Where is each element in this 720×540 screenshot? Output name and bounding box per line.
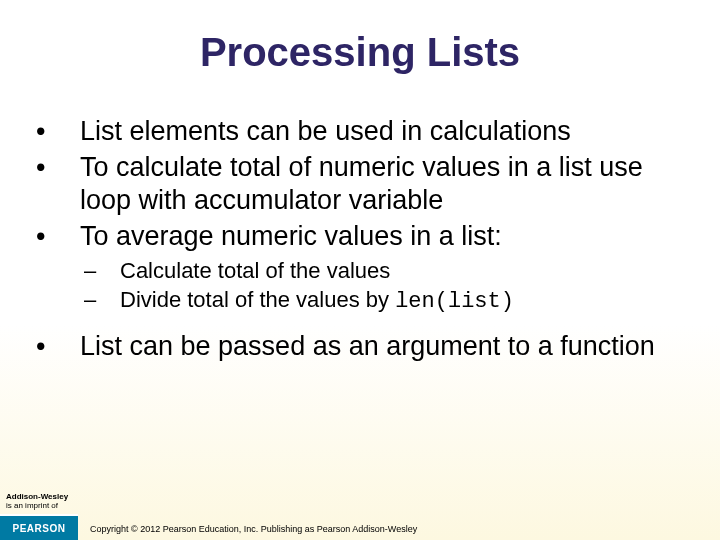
bullet-dash: – [102, 286, 120, 314]
bullet-list: •List elements can be used in calculatio… [30, 115, 690, 362]
list-subitem: –Divide total of the values by len(list) [120, 286, 690, 316]
slide-title: Processing Lists [30, 30, 690, 75]
slide: Processing Lists •List elements can be u… [0, 0, 720, 540]
bullet-text: List elements can be used in calculation… [80, 116, 571, 146]
bullet-dot: • [58, 115, 80, 147]
bullet-text: To average numeric values in a list: [80, 221, 502, 251]
bullet-dot: • [58, 220, 80, 252]
bullet-dash: – [102, 257, 120, 285]
list-item: •List elements can be used in calculatio… [80, 115, 690, 147]
bullet-text: Divide total of the values by [120, 287, 395, 312]
bullet-dot: • [58, 330, 80, 362]
bullet-text: To calculate total of numeric values in … [80, 152, 643, 214]
code-text: len(list) [395, 289, 514, 314]
pearson-logo: PEARSON [0, 514, 78, 540]
list-item: •To average numeric values in a list: [80, 220, 690, 252]
imprint-text: Addison-Wesley is an imprint of [6, 493, 68, 510]
copyright-text: Copyright © 2012 Pearson Education, Inc.… [90, 524, 417, 534]
slide-footer: Addison-Wesley is an imprint of PEARSON … [0, 492, 720, 540]
list-subitem: –Calculate total of the values [120, 257, 690, 285]
bullet-text: List can be passed as an argument to a f… [80, 331, 655, 361]
imprint-line2: is an imprint of [6, 502, 68, 510]
bullet-dot: • [58, 151, 80, 183]
bullet-text: Calculate total of the values [120, 258, 390, 283]
list-item: •List can be passed as an argument to a … [80, 330, 690, 362]
list-item: •To calculate total of numeric values in… [80, 151, 690, 216]
